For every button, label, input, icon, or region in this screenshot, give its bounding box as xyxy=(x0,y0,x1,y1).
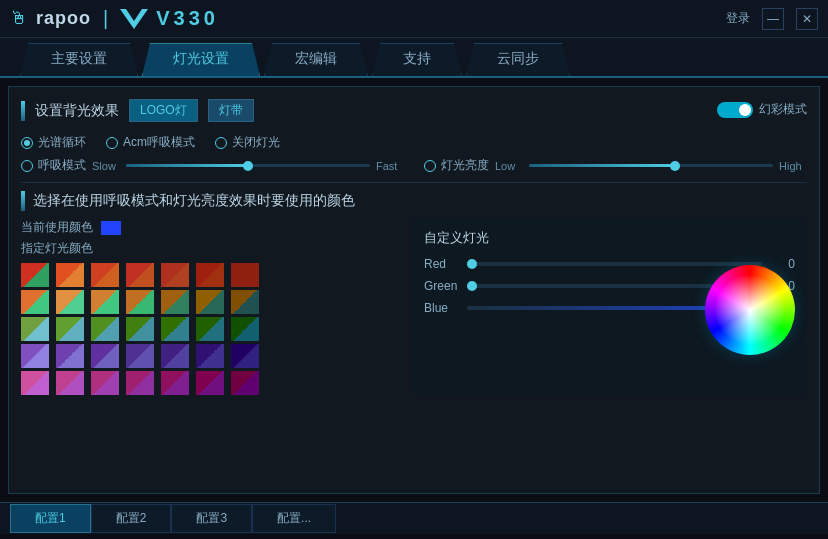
color-cell[interactable] xyxy=(91,344,119,368)
section2-header: 选择在使用呼吸模式和灯光亮度效果时要使用的颜色 xyxy=(21,191,807,211)
brightness-slider-track[interactable] xyxy=(529,164,773,167)
radio-acm-label: Acm呼吸模式 xyxy=(123,134,195,151)
color-cell[interactable] xyxy=(56,317,84,341)
red-slider-track[interactable] xyxy=(467,262,762,266)
slow-label: Slow xyxy=(92,160,120,172)
close-button[interactable]: ✕ xyxy=(796,8,818,30)
color-cell[interactable] xyxy=(56,344,84,368)
color-cell[interactable] xyxy=(231,290,259,314)
config-tab-1[interactable]: 配置1 xyxy=(10,504,91,533)
color-cell[interactable] xyxy=(196,371,224,395)
current-color-row: 当前使用颜色 xyxy=(21,219,392,236)
tab-main-settings[interactable]: 主要设置 xyxy=(20,43,138,76)
color-cell[interactable] xyxy=(91,263,119,287)
svg-marker-0 xyxy=(120,9,148,29)
color-cell[interactable] xyxy=(161,344,189,368)
color-cell[interactable] xyxy=(126,371,154,395)
color-cell[interactable] xyxy=(91,290,119,314)
main-content: 设置背光效果 LOGO灯 灯带 幻彩模式 光谱循环 Acm呼吸模式 关闭灯光 呼 xyxy=(8,86,820,494)
color-cell[interactable] xyxy=(21,371,49,395)
radio-breathing-circle xyxy=(21,160,33,172)
color-wheel[interactable] xyxy=(705,265,795,355)
tab-support[interactable]: 支持 xyxy=(372,43,462,76)
color-grid xyxy=(21,263,392,395)
color-cell[interactable] xyxy=(231,371,259,395)
color-cell[interactable] xyxy=(126,317,154,341)
logo-light-tab[interactable]: LOGO灯 xyxy=(129,99,198,122)
color-cell[interactable] xyxy=(161,290,189,314)
color-cell[interactable] xyxy=(126,263,154,287)
color-cell[interactable] xyxy=(126,290,154,314)
light-mode-options: 光谱循环 Acm呼吸模式 关闭灯光 xyxy=(21,134,807,151)
blue-label: Blue xyxy=(424,301,459,315)
minimize-button[interactable]: — xyxy=(762,8,784,30)
radio-breathing-label: 呼吸模式 xyxy=(38,157,86,174)
fantasy-mode-label: 幻彩模式 xyxy=(759,101,807,118)
color-cell[interactable] xyxy=(91,317,119,341)
tab-light-settings[interactable]: 灯光设置 xyxy=(142,43,260,76)
fantasy-mode-toggle[interactable] xyxy=(717,102,753,118)
radio-breathing-mode[interactable]: 呼吸模式 xyxy=(21,157,86,174)
logo-v-icon xyxy=(120,9,148,29)
mouse-icon: 🖱 xyxy=(10,8,28,29)
color-cell[interactable] xyxy=(161,263,189,287)
color-cell[interactable] xyxy=(161,371,189,395)
color-cell[interactable] xyxy=(21,317,49,341)
color-section: 当前使用颜色 指定灯光颜色 xyxy=(21,219,807,395)
color-cell[interactable] xyxy=(56,263,84,287)
section1-header: 设置背光效果 LOGO灯 灯带 幻彩模式 xyxy=(21,99,807,122)
radio-spectrum-label: 光谱循环 xyxy=(38,134,86,151)
nav-tabs: 主要设置 灯光设置 宏编辑 支持 云同步 xyxy=(0,38,828,78)
radio-brightness-label: 灯光亮度 xyxy=(441,157,489,174)
radio-brightness[interactable]: 灯光亮度 xyxy=(424,157,489,174)
color-cell[interactable] xyxy=(231,344,259,368)
section-divider xyxy=(21,182,807,183)
config-tab-3[interactable]: 配置3 xyxy=(171,504,252,533)
breathing-slider-track[interactable] xyxy=(126,164,370,167)
brand-divider: | xyxy=(103,7,108,30)
color-cell[interactable] xyxy=(161,317,189,341)
config-tab-2[interactable]: 配置2 xyxy=(91,504,172,533)
current-color-label: 当前使用颜色 xyxy=(21,219,93,236)
radio-acm-circle xyxy=(106,137,118,149)
brand-name: rapoo xyxy=(36,8,91,29)
color-cell[interactable] xyxy=(126,344,154,368)
preset-color-label: 指定灯光颜色 xyxy=(21,240,392,257)
tab-macro-editor[interactable]: 宏编辑 xyxy=(264,43,368,76)
color-picker-left: 当前使用颜色 指定灯光颜色 xyxy=(21,219,392,395)
radio-acm-breathing[interactable]: Acm呼吸模式 xyxy=(106,134,195,151)
model-name: V330 xyxy=(156,7,219,30)
radio-off-light[interactable]: 关闭灯光 xyxy=(215,134,280,151)
light-strip-tab[interactable]: 灯带 xyxy=(208,99,254,122)
color-cell[interactable] xyxy=(56,371,84,395)
color-cell[interactable] xyxy=(21,263,49,287)
section2-title: 选择在使用呼吸模式和灯光亮度效果时要使用的颜色 xyxy=(33,192,355,210)
color-cell[interactable] xyxy=(21,290,49,314)
color-cell[interactable] xyxy=(196,263,224,287)
register-button[interactable]: 登录 xyxy=(726,10,750,27)
color-cell[interactable] xyxy=(196,344,224,368)
custom-light-label: 自定义灯光 xyxy=(424,229,795,247)
radio-off-circle xyxy=(215,137,227,149)
color-cell[interactable] xyxy=(196,290,224,314)
color-cell[interactable] xyxy=(196,317,224,341)
section2-accent xyxy=(21,191,25,211)
custom-light-panel: 自定义灯光 Red 0 Green 0 B xyxy=(412,219,807,395)
section1-title: 设置背光效果 xyxy=(35,102,119,120)
radio-spectrum[interactable]: 光谱循环 xyxy=(21,134,86,151)
red-label: Red xyxy=(424,257,459,271)
low-label: Low xyxy=(495,160,523,172)
fast-label: Fast xyxy=(376,160,404,172)
color-cell[interactable] xyxy=(56,290,84,314)
config-tab-4[interactable]: 配置... xyxy=(252,504,336,533)
titlebar: 🖱 rapoo | V330 登录 — ✕ xyxy=(0,0,828,38)
current-color-swatch[interactable] xyxy=(101,221,121,235)
color-cell[interactable] xyxy=(231,317,259,341)
high-label: High xyxy=(779,160,807,172)
color-cell[interactable] xyxy=(21,344,49,368)
tab-cloud-sync[interactable]: 云同步 xyxy=(466,43,570,76)
titlebar-right: 登录 — ✕ xyxy=(726,8,818,30)
color-cell[interactable] xyxy=(91,371,119,395)
color-cell[interactable] xyxy=(231,263,259,287)
fantasy-mode-toggle-area: 幻彩模式 xyxy=(717,101,807,118)
